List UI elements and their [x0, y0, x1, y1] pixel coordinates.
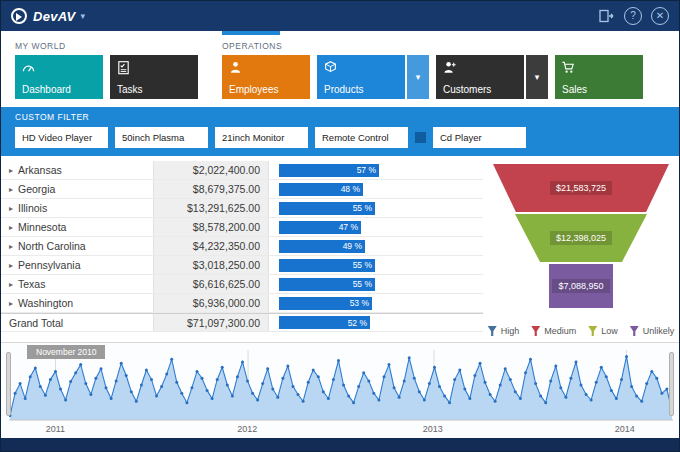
- timeline-range-selector[interactable]: November 2010 2011201220132014: [1, 342, 679, 438]
- state-cell: ▸North Carolina: [1, 237, 153, 255]
- filter-chip[interactable]: 50inch Plasma: [115, 127, 208, 148]
- expand-arrow-icon[interactable]: ▸: [9, 223, 13, 232]
- employee-icon: [228, 60, 243, 75]
- help-button[interactable]: ?: [624, 7, 642, 25]
- tile-group-dashboard: Dashboard: [15, 55, 103, 99]
- title-menu-caret-icon[interactable]: ▾: [80, 11, 85, 21]
- box-icon: [323, 60, 338, 75]
- state-cell: ▸Texas: [1, 275, 153, 293]
- amount-cell: $3,018,250.00: [153, 256, 269, 274]
- tile-sales[interactable]: Sales: [555, 55, 643, 99]
- expand-arrow-icon[interactable]: ▸: [9, 299, 13, 308]
- funnel-legend: HighMediumLowUnlikely: [493, 319, 669, 340]
- tile-dashboard[interactable]: Dashboard: [15, 55, 103, 99]
- amount-cell: $6,936,000.00: [153, 294, 269, 312]
- tile-label: Tasks: [117, 84, 143, 95]
- range-selector-chart[interactable]: [9, 348, 673, 422]
- close-button[interactable]: ✕: [651, 7, 669, 25]
- tile-customers[interactable]: Customers: [436, 55, 524, 99]
- ribbon-tile-row: EmployeesProducts▾Customers▾Sales: [222, 55, 643, 99]
- funnel-icon: [630, 326, 639, 336]
- tile-employees[interactable]: Employees: [222, 55, 310, 99]
- percent-bar: 55 %: [279, 259, 375, 272]
- ribbon-group-label: OPERATIONS: [222, 35, 643, 51]
- bar-cell: 53 %: [269, 294, 483, 312]
- checklist-icon: [116, 60, 131, 75]
- axis-label-2014: 2014: [615, 424, 635, 434]
- state-cell: ▸Minnesota: [1, 218, 153, 236]
- filter-chip-list: HD Video Player50inch Plasma21inch Monit…: [15, 127, 665, 148]
- table-row[interactable]: ▸Texas$6,616,625.0055 %: [1, 275, 483, 294]
- grand-total-row: Grand Total$71,097,300.0052 %: [1, 313, 483, 332]
- amount-cell: $2,022,400.00: [153, 161, 269, 179]
- percent-bar: 55 %: [279, 202, 375, 215]
- state-cell: Grand Total: [1, 314, 153, 331]
- opportunities-funnel-chart: $21,583,725$12,398,025$7,088,950: [493, 164, 669, 319]
- tile-group-tasks: Tasks: [110, 55, 198, 99]
- axis-label-2013: 2013: [423, 424, 443, 434]
- tile-tasks[interactable]: Tasks: [110, 55, 198, 99]
- percent-bar: 55 %: [279, 278, 375, 291]
- tile-label: Dashboard: [22, 84, 71, 95]
- expand-arrow-icon[interactable]: ▸: [9, 166, 13, 175]
- app-title: DevAV: [33, 9, 75, 24]
- filter-chip[interactable]: Remote Control: [315, 127, 408, 148]
- expand-arrow-icon[interactable]: ▸: [9, 261, 13, 270]
- filter-chip[interactable]: HD Video Player: [15, 127, 108, 148]
- funnel-segment[interactable]: $7,088,950: [549, 264, 613, 308]
- ribbon-tile-row: DashboardTasks: [15, 55, 198, 99]
- amount-cell: $8,578,200.00: [153, 218, 269, 236]
- table-row[interactable]: ▸North Carolina$4,232,350.0049 %: [1, 237, 483, 256]
- tile-group-products: Products▾: [317, 55, 429, 99]
- state-cell: ▸Illinois: [1, 199, 153, 217]
- ribbon-group: MY WORLDDashboardTasks: [15, 35, 198, 99]
- amount-cell: $13,291,625.00: [153, 199, 269, 217]
- funnel-value-label: $7,088,950: [552, 279, 609, 293]
- percent-bar: 47 %: [279, 221, 361, 234]
- tile-group-employees: Employees: [222, 55, 310, 99]
- funnel-segment[interactable]: $21,583,725: [493, 164, 669, 212]
- ribbon: MY WORLDDashboardTasksOPERATIONSEmployee…: [1, 31, 679, 107]
- table-row[interactable]: ▸Arkansas$2,022,400.0057 %: [1, 161, 483, 180]
- funnel-icon: [488, 326, 497, 336]
- funnel-panel: $21,583,725$12,398,025$7,088,950 HighMed…: [483, 156, 679, 342]
- percent-bar: 49 %: [279, 240, 365, 253]
- customer-icon: [442, 60, 457, 75]
- expand-arrow-icon[interactable]: ▸: [9, 185, 13, 194]
- expand-arrow-icon[interactable]: ▸: [9, 280, 13, 289]
- bar-cell: 57 %: [269, 161, 483, 179]
- report-export-button[interactable]: [597, 7, 615, 25]
- main-content: ▸Arkansas$2,022,400.0057 %▸Georgia$8,679…: [1, 156, 679, 342]
- filter-more-button[interactable]: [415, 132, 426, 143]
- percent-bar: 57 %: [279, 164, 379, 177]
- table-row[interactable]: ▸Georgia$8,679,375.0048 %: [1, 180, 483, 199]
- gauge-icon: [21, 60, 36, 75]
- state-cell: ▸Arkansas: [1, 161, 153, 179]
- selected-tab-accent: [222, 31, 280, 35]
- axis-label-2011: 2011: [46, 424, 65, 434]
- amount-cell: $71,097,300.00: [153, 314, 269, 331]
- range-handle-right[interactable]: [669, 352, 674, 416]
- range-handle-left[interactable]: [6, 352, 11, 416]
- tile-label: Employees: [229, 84, 278, 95]
- percent-bar: 53 %: [279, 297, 372, 310]
- bottom-bar: [1, 438, 679, 451]
- sales-by-state-table: ▸Arkansas$2,022,400.0057 %▸Georgia$8,679…: [1, 156, 483, 342]
- expand-arrow-icon[interactable]: ▸: [9, 204, 13, 213]
- filter-chip[interactable]: 21inch Monitor: [215, 127, 308, 148]
- tile-label: Customers: [443, 84, 491, 95]
- table-row[interactable]: ▸Illinois$13,291,625.0055 %: [1, 199, 483, 218]
- tile-products[interactable]: Products: [317, 55, 405, 99]
- table-row[interactable]: ▸Pennsylvania$3,018,250.0055 %: [1, 256, 483, 275]
- table-row[interactable]: ▸Minnesota$8,578,200.0047 %: [1, 218, 483, 237]
- tile-products-dropdown-button[interactable]: ▾: [407, 55, 429, 99]
- filter-chip[interactable]: Cd Player: [433, 127, 526, 148]
- funnel-segment[interactable]: $12,398,025: [515, 214, 647, 262]
- tile-label: Sales: [562, 84, 587, 95]
- expand-arrow-icon[interactable]: ▸: [9, 242, 13, 251]
- funnel-icon: [531, 326, 540, 336]
- percent-bar: 52 %: [279, 316, 370, 329]
- legend-item: Unlikely: [630, 326, 675, 336]
- tile-customers-dropdown-button[interactable]: ▾: [526, 55, 548, 99]
- table-row[interactable]: ▸Washington$6,936,000.0053 %: [1, 294, 483, 313]
